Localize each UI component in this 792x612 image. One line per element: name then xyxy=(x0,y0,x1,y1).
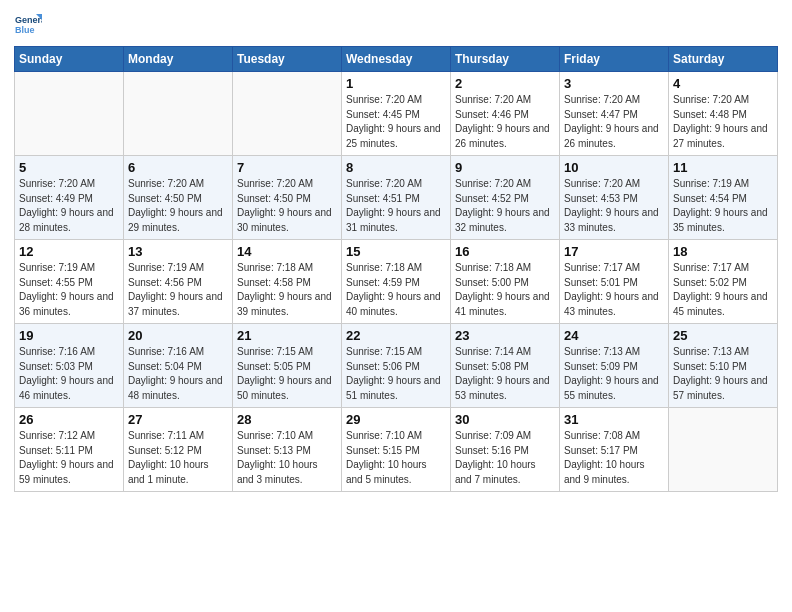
day-info: Sunrise: 7:18 AM Sunset: 4:59 PM Dayligh… xyxy=(346,261,446,319)
calendar-cell: 19Sunrise: 7:16 AM Sunset: 5:03 PM Dayli… xyxy=(15,324,124,408)
calendar-cell: 5Sunrise: 7:20 AM Sunset: 4:49 PM Daylig… xyxy=(15,156,124,240)
calendar-cell: 26Sunrise: 7:12 AM Sunset: 5:11 PM Dayli… xyxy=(15,408,124,492)
calendar-cell xyxy=(669,408,778,492)
calendar-week-row: 12Sunrise: 7:19 AM Sunset: 4:55 PM Dayli… xyxy=(15,240,778,324)
weekday-header-sunday: Sunday xyxy=(15,47,124,72)
calendar-cell: 27Sunrise: 7:11 AM Sunset: 5:12 PM Dayli… xyxy=(124,408,233,492)
calendar-cell: 24Sunrise: 7:13 AM Sunset: 5:09 PM Dayli… xyxy=(560,324,669,408)
day-number: 6 xyxy=(128,160,228,175)
calendar-table: SundayMondayTuesdayWednesdayThursdayFrid… xyxy=(14,46,778,492)
calendar-cell: 1Sunrise: 7:20 AM Sunset: 4:45 PM Daylig… xyxy=(342,72,451,156)
calendar-week-row: 5Sunrise: 7:20 AM Sunset: 4:49 PM Daylig… xyxy=(15,156,778,240)
day-info: Sunrise: 7:20 AM Sunset: 4:45 PM Dayligh… xyxy=(346,93,446,151)
calendar-week-row: 1Sunrise: 7:20 AM Sunset: 4:45 PM Daylig… xyxy=(15,72,778,156)
calendar-cell: 20Sunrise: 7:16 AM Sunset: 5:04 PM Dayli… xyxy=(124,324,233,408)
day-number: 13 xyxy=(128,244,228,259)
day-info: Sunrise: 7:19 AM Sunset: 4:55 PM Dayligh… xyxy=(19,261,119,319)
weekday-header-thursday: Thursday xyxy=(451,47,560,72)
day-info: Sunrise: 7:17 AM Sunset: 5:02 PM Dayligh… xyxy=(673,261,773,319)
day-number: 29 xyxy=(346,412,446,427)
day-info: Sunrise: 7:17 AM Sunset: 5:01 PM Dayligh… xyxy=(564,261,664,319)
day-info: Sunrise: 7:08 AM Sunset: 5:17 PM Dayligh… xyxy=(564,429,664,487)
calendar-cell: 25Sunrise: 7:13 AM Sunset: 5:10 PM Dayli… xyxy=(669,324,778,408)
calendar-cell: 15Sunrise: 7:18 AM Sunset: 4:59 PM Dayli… xyxy=(342,240,451,324)
calendar-cell: 21Sunrise: 7:15 AM Sunset: 5:05 PM Dayli… xyxy=(233,324,342,408)
day-number: 26 xyxy=(19,412,119,427)
day-info: Sunrise: 7:12 AM Sunset: 5:11 PM Dayligh… xyxy=(19,429,119,487)
calendar-cell: 29Sunrise: 7:10 AM Sunset: 5:15 PM Dayli… xyxy=(342,408,451,492)
day-info: Sunrise: 7:10 AM Sunset: 5:13 PM Dayligh… xyxy=(237,429,337,487)
calendar-cell xyxy=(124,72,233,156)
day-info: Sunrise: 7:18 AM Sunset: 4:58 PM Dayligh… xyxy=(237,261,337,319)
day-number: 1 xyxy=(346,76,446,91)
day-number: 22 xyxy=(346,328,446,343)
day-info: Sunrise: 7:20 AM Sunset: 4:46 PM Dayligh… xyxy=(455,93,555,151)
calendar-header-row: SundayMondayTuesdayWednesdayThursdayFrid… xyxy=(15,47,778,72)
day-number: 9 xyxy=(455,160,555,175)
calendar-cell: 7Sunrise: 7:20 AM Sunset: 4:50 PM Daylig… xyxy=(233,156,342,240)
day-info: Sunrise: 7:20 AM Sunset: 4:49 PM Dayligh… xyxy=(19,177,119,235)
calendar-cell: 30Sunrise: 7:09 AM Sunset: 5:16 PM Dayli… xyxy=(451,408,560,492)
calendar-cell xyxy=(233,72,342,156)
day-info: Sunrise: 7:19 AM Sunset: 4:54 PM Dayligh… xyxy=(673,177,773,235)
day-info: Sunrise: 7:20 AM Sunset: 4:52 PM Dayligh… xyxy=(455,177,555,235)
day-number: 23 xyxy=(455,328,555,343)
day-info: Sunrise: 7:20 AM Sunset: 4:48 PM Dayligh… xyxy=(673,93,773,151)
day-number: 21 xyxy=(237,328,337,343)
calendar-cell: 22Sunrise: 7:15 AM Sunset: 5:06 PM Dayli… xyxy=(342,324,451,408)
calendar-cell: 12Sunrise: 7:19 AM Sunset: 4:55 PM Dayli… xyxy=(15,240,124,324)
day-number: 28 xyxy=(237,412,337,427)
day-info: Sunrise: 7:11 AM Sunset: 5:12 PM Dayligh… xyxy=(128,429,228,487)
day-number: 2 xyxy=(455,76,555,91)
calendar-cell: 6Sunrise: 7:20 AM Sunset: 4:50 PM Daylig… xyxy=(124,156,233,240)
day-info: Sunrise: 7:15 AM Sunset: 5:05 PM Dayligh… xyxy=(237,345,337,403)
svg-text:General: General xyxy=(15,15,42,25)
page: General Blue SundayMondayTuesdayWednesda… xyxy=(0,0,792,612)
day-number: 5 xyxy=(19,160,119,175)
calendar-cell: 4Sunrise: 7:20 AM Sunset: 4:48 PM Daylig… xyxy=(669,72,778,156)
day-info: Sunrise: 7:14 AM Sunset: 5:08 PM Dayligh… xyxy=(455,345,555,403)
day-number: 15 xyxy=(346,244,446,259)
calendar-cell: 31Sunrise: 7:08 AM Sunset: 5:17 PM Dayli… xyxy=(560,408,669,492)
calendar-cell: 13Sunrise: 7:19 AM Sunset: 4:56 PM Dayli… xyxy=(124,240,233,324)
day-number: 10 xyxy=(564,160,664,175)
calendar-week-row: 19Sunrise: 7:16 AM Sunset: 5:03 PM Dayli… xyxy=(15,324,778,408)
calendar-cell: 28Sunrise: 7:10 AM Sunset: 5:13 PM Dayli… xyxy=(233,408,342,492)
logo-icon: General Blue xyxy=(14,10,42,38)
weekday-header-wednesday: Wednesday xyxy=(342,47,451,72)
day-info: Sunrise: 7:09 AM Sunset: 5:16 PM Dayligh… xyxy=(455,429,555,487)
weekday-header-friday: Friday xyxy=(560,47,669,72)
day-info: Sunrise: 7:10 AM Sunset: 5:15 PM Dayligh… xyxy=(346,429,446,487)
day-info: Sunrise: 7:20 AM Sunset: 4:51 PM Dayligh… xyxy=(346,177,446,235)
day-number: 4 xyxy=(673,76,773,91)
day-number: 25 xyxy=(673,328,773,343)
day-number: 31 xyxy=(564,412,664,427)
day-number: 7 xyxy=(237,160,337,175)
day-info: Sunrise: 7:13 AM Sunset: 5:09 PM Dayligh… xyxy=(564,345,664,403)
day-info: Sunrise: 7:19 AM Sunset: 4:56 PM Dayligh… xyxy=(128,261,228,319)
calendar-cell: 23Sunrise: 7:14 AM Sunset: 5:08 PM Dayli… xyxy=(451,324,560,408)
weekday-header-saturday: Saturday xyxy=(669,47,778,72)
day-number: 17 xyxy=(564,244,664,259)
day-number: 3 xyxy=(564,76,664,91)
day-number: 12 xyxy=(19,244,119,259)
day-info: Sunrise: 7:20 AM Sunset: 4:47 PM Dayligh… xyxy=(564,93,664,151)
day-number: 20 xyxy=(128,328,228,343)
day-info: Sunrise: 7:18 AM Sunset: 5:00 PM Dayligh… xyxy=(455,261,555,319)
day-info: Sunrise: 7:20 AM Sunset: 4:53 PM Dayligh… xyxy=(564,177,664,235)
day-number: 30 xyxy=(455,412,555,427)
calendar-cell: 3Sunrise: 7:20 AM Sunset: 4:47 PM Daylig… xyxy=(560,72,669,156)
day-number: 19 xyxy=(19,328,119,343)
calendar-cell: 14Sunrise: 7:18 AM Sunset: 4:58 PM Dayli… xyxy=(233,240,342,324)
day-info: Sunrise: 7:20 AM Sunset: 4:50 PM Dayligh… xyxy=(128,177,228,235)
calendar-cell: 11Sunrise: 7:19 AM Sunset: 4:54 PM Dayli… xyxy=(669,156,778,240)
calendar-cell: 9Sunrise: 7:20 AM Sunset: 4:52 PM Daylig… xyxy=(451,156,560,240)
day-number: 27 xyxy=(128,412,228,427)
logo: General Blue xyxy=(14,10,45,38)
day-info: Sunrise: 7:16 AM Sunset: 5:04 PM Dayligh… xyxy=(128,345,228,403)
day-number: 24 xyxy=(564,328,664,343)
day-number: 8 xyxy=(346,160,446,175)
day-number: 14 xyxy=(237,244,337,259)
day-info: Sunrise: 7:15 AM Sunset: 5:06 PM Dayligh… xyxy=(346,345,446,403)
svg-text:Blue: Blue xyxy=(15,25,35,35)
